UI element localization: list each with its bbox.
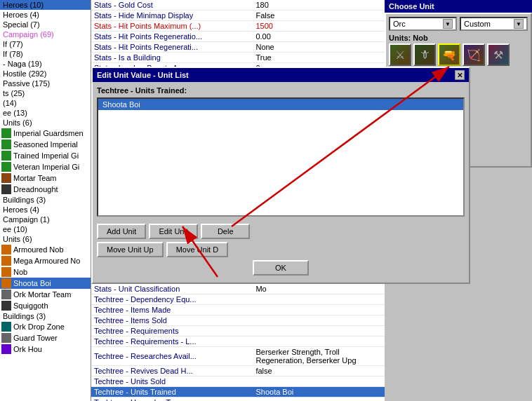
- left-item[interactable]: If (78): [0, 49, 91, 59]
- left-item[interactable]: Campaign (69): [0, 29, 91, 39]
- unit-icon-2[interactable]: 🗡: [413, 43, 436, 66]
- custom-dropdown[interactable]: Custom ▼: [460, 17, 528, 31]
- custom-dropdown-arrow[interactable]: ▼: [514, 19, 524, 29]
- left-item[interactable]: Campaign (1): [0, 215, 91, 224]
- table-row[interactable]: Techtree - Requirements - L...: [91, 337, 385, 347]
- left-item[interactable]: Buildings (3): [0, 311, 91, 321]
- left-item[interactable]: Units (6): [0, 118, 91, 128]
- move-unit-up-button[interactable]: Move Unit Up: [97, 242, 164, 257]
- sidebar-item-ork-mortar-team[interactable]: Ork Mortar Team: [0, 289, 91, 300]
- sidebar-item-label: Mega Armoured No: [13, 257, 80, 265]
- left-item[interactable]: ts (25): [0, 88, 91, 98]
- unit-icon-small: [1, 256, 11, 266]
- left-item[interactable]: Buildings (3): [0, 195, 91, 205]
- table-row[interactable]: Techtree - Requirements: [91, 326, 385, 337]
- popup-body: Techtree - Units Trained: Shoota Boi Add…: [93, 82, 469, 280]
- table-row-units-trained[interactable]: Techtree - Units TrainedShoota Boi: [91, 387, 385, 397]
- sidebar-item-mortar-team[interactable]: Mortar Team: [0, 172, 91, 184]
- ok-button[interactable]: OK: [253, 260, 309, 276]
- unit-icon-small: [1, 333, 11, 343]
- sidebar-item-trained-imperial-gi[interactable]: Trained Imperial Gi: [0, 150, 91, 161]
- sidebar-item-dreadnought[interactable]: Dreadnought: [0, 184, 91, 195]
- popup-close-button[interactable]: ✕: [455, 70, 465, 80]
- left-item[interactable]: - Naga (19): [0, 59, 91, 69]
- sidebar-item-guard-tower[interactable]: Guard Tower: [0, 332, 91, 344]
- sidebar-item-ork-house[interactable]: Ork Hou: [0, 344, 91, 355]
- table-row[interactable]: Techtree - Dependency Equ...: [91, 294, 385, 305]
- edit-unit-popup: Edit Unit Value - Unit List ✕ Techtree -…: [91, 67, 470, 284]
- table-row[interactable]: Techtree - Revives Dead H...false: [91, 366, 385, 376]
- sidebar-item-label: Ork Hou: [13, 345, 42, 353]
- unit-icon-3[interactable]: 🔫: [438, 43, 460, 66]
- unit-portrait: 🗡: [415, 45, 434, 64]
- unit-icon-small: [1, 322, 11, 332]
- left-item[interactable]: Heroes (10): [0, 0, 91, 10]
- unit-portrait: 🏹: [464, 45, 484, 64]
- race-dropdown-value: Orc: [393, 20, 406, 28]
- race-dropdown[interactable]: Orc ▼: [389, 17, 457, 31]
- sidebar-item-armoured-nob[interactable]: Armoured Nob: [0, 244, 91, 255]
- table-row[interactable]: Stats - Hit Points Regeneratio...0.00: [91, 32, 385, 42]
- sidebar-item-label: Ork Drop Zone: [13, 322, 65, 331]
- move-unit-down-button[interactable]: Move Unit D: [166, 242, 229, 257]
- edit-unit-button[interactable]: Edit Unit: [149, 224, 198, 239]
- popup-action-buttons: Add Unit Edit Unit Dele: [97, 224, 465, 239]
- table-row[interactable]: Techtree - Items Sold: [91, 315, 385, 326]
- sidebar-item-imperial-guardsmen[interactable]: Imperial Guardsmen: [0, 128, 91, 139]
- race-row: Orc ▼ Custom ▼: [389, 17, 528, 31]
- left-item[interactable]: Passive (175): [0, 79, 91, 88]
- unit-icon-small: [1, 267, 11, 277]
- sidebar-item-mega-armoured-nob[interactable]: Mega Armoured No: [0, 255, 91, 266]
- table-row[interactable]: Stats - Gold Cost180: [91, 0, 385, 11]
- sidebar-item-ork-drop-zone[interactable]: Ork Drop Zone: [0, 321, 91, 332]
- left-item[interactable]: Heroes (4): [0, 10, 91, 20]
- unit-icon-small: [1, 128, 11, 138]
- custom-dropdown-value: Custom: [464, 20, 491, 28]
- unit-icon-small: [1, 162, 11, 172]
- left-item[interactable]: ee (13): [0, 108, 91, 118]
- delete-unit-button[interactable]: Dele: [201, 224, 250, 239]
- sidebar-item-seasoned-imperial[interactable]: Seasoned Imperial: [0, 139, 91, 150]
- sidebar-item-label: Armoured Nob: [13, 245, 64, 254]
- sidebar-item-veteran-imperial-gi[interactable]: Veteran Imperial Gi: [0, 161, 91, 172]
- unit-icon-small: [1, 173, 11, 183]
- sidebar-item-squiggoth[interactable]: Squiggoth: [0, 300, 91, 311]
- unit-icon-small: [1, 140, 11, 149]
- left-item[interactable]: Units (6): [0, 234, 91, 244]
- left-item[interactable]: Special (7): [0, 20, 91, 29]
- units-label: Units: Nob: [389, 34, 528, 42]
- unit-portrait: ⚔: [390, 45, 410, 64]
- sidebar-item-nob[interactable]: Nob: [0, 266, 91, 278]
- sidebar-item-label: Nob: [13, 268, 27, 276]
- table-row[interactable]: Stats - Hit Points Maximum (...)1500: [91, 21, 385, 32]
- sidebar-item-label: Seasoned Imperial: [13, 140, 78, 149]
- table-row[interactable]: Stats - Is a BuildingTrue: [91, 53, 385, 63]
- popup-ok-row: OK: [97, 260, 465, 276]
- table-row[interactable]: Techtree - Units Sold: [91, 376, 385, 387]
- unit-icon-5[interactable]: ⚒: [487, 43, 510, 66]
- sidebar-item-shoota-boi[interactable]: Shoota Boi: [0, 278, 91, 289]
- left-item[interactable]: (14): [0, 98, 91, 108]
- table-row[interactable]: Stats - Unit ClassificationMo: [91, 284, 385, 294]
- sidebar-item-label: Trained Imperial Gi: [13, 151, 79, 160]
- unit-icon-small: [1, 245, 11, 254]
- table-row[interactable]: Stats - Hide Minimap DisplayFalse: [91, 11, 385, 21]
- unit-icon-1[interactable]: ⚔: [389, 43, 411, 66]
- left-item[interactable]: Heroes (4): [0, 205, 91, 215]
- left-item[interactable]: Hostile (292): [0, 69, 91, 79]
- unit-icon-small: [1, 151, 11, 161]
- add-unit-button[interactable]: Add Unit: [97, 224, 146, 239]
- unit-icon-small: [1, 290, 11, 299]
- table-row[interactable]: Techtree - Items Made: [91, 305, 385, 315]
- sidebar-item-label: Mortar Team: [13, 174, 57, 182]
- table-row[interactable]: Stats - Hit Points Regenerati...None: [91, 42, 385, 53]
- left-item[interactable]: ee (10): [0, 224, 91, 234]
- popup-list[interactable]: Shoota Boi: [97, 97, 465, 217]
- table-row[interactable]: Techtree - Upgrades To: [91, 397, 385, 402]
- unit-icon-4[interactable]: 🏹: [463, 43, 485, 66]
- left-item[interactable]: If (77): [0, 39, 91, 49]
- popup-list-item[interactable]: Shoota Boi: [98, 99, 463, 110]
- race-dropdown-arrow[interactable]: ▼: [443, 19, 453, 29]
- unit-icon-small: [1, 184, 11, 194]
- table-row[interactable]: Techtree - Researches Avail...Berserker …: [91, 347, 385, 366]
